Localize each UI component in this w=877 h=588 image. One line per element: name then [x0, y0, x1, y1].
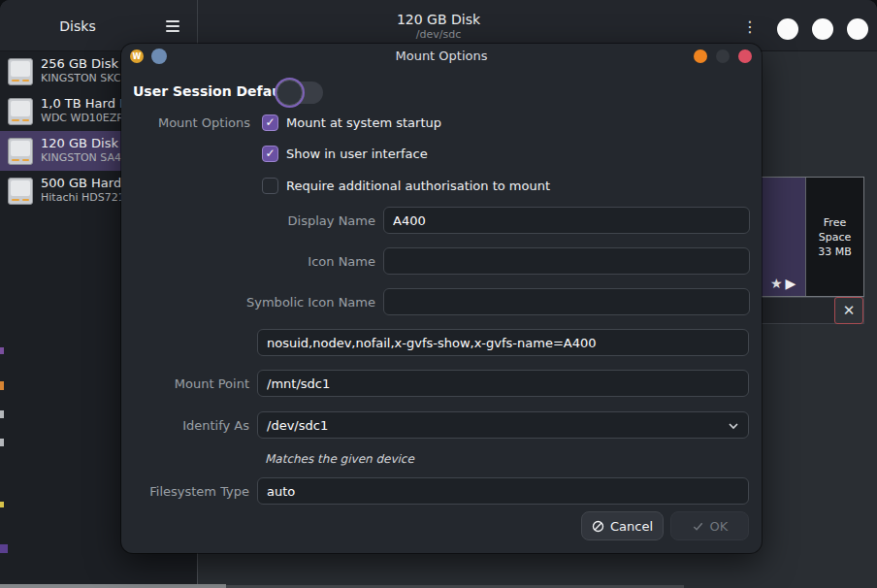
cancel-button[interactable]: Cancel	[581, 511, 664, 540]
sidebar-divider	[197, 553, 198, 588]
window-close-button[interactable]	[847, 18, 868, 40]
mount-point-input[interactable]	[257, 370, 749, 397]
checkbox-require-auth[interactable]: ✓	[262, 178, 278, 194]
window-title: 120 GB Disk	[397, 12, 480, 27]
ok-button[interactable]: OK	[670, 511, 749, 540]
free-space-title: Free Space	[806, 215, 863, 245]
toggle-knob	[276, 80, 303, 106]
hard-disk-icon	[8, 138, 33, 165]
dialog-title: Mount Options	[121, 49, 762, 63]
background-window-sliver	[0, 381, 4, 390]
background-window-sliver	[0, 347, 4, 354]
dialog-headerbar: W Mount Options	[121, 44, 762, 69]
star-icon: ★	[770, 276, 783, 291]
display-name-label: Display Name	[121, 213, 375, 228]
identify-as-value: /dev/sdc1	[267, 418, 328, 433]
ok-check-icon	[692, 520, 704, 533]
filesystem-type-label: Filesystem Type	[121, 484, 249, 499]
check-icon: ✓	[263, 147, 277, 161]
close-icon: ✕	[843, 302, 856, 319]
symbolic-icon-name-input[interactable]	[383, 288, 750, 315]
hard-disk-icon	[8, 178, 33, 205]
kebab-menu-icon[interactable]: ⋮	[739, 16, 761, 37]
icon-name-input[interactable]	[383, 247, 750, 275]
cancel-icon	[592, 520, 604, 533]
hamburger-menu-icon[interactable]	[160, 14, 185, 39]
mount-options-string-input[interactable]	[257, 329, 749, 356]
free-space-size: 33 MB	[818, 245, 852, 259]
window-minimize-button[interactable]	[777, 18, 798, 40]
delete-partition-button[interactable]: ✕	[834, 297, 863, 324]
background-window-sliver	[0, 439, 4, 446]
identify-as-hint: Matches the given device	[265, 452, 414, 466]
checkbox-label[interactable]: Require additional authorisation to moun…	[286, 179, 550, 193]
icon-name-label: Icon Name	[121, 254, 375, 269]
identify-as-select[interactable]: /dev/sdc1	[257, 411, 749, 439]
check-icon: ✓	[263, 115, 277, 130]
chevron-down-icon	[728, 420, 739, 432]
checkbox-label[interactable]: Show in user interface	[286, 147, 428, 161]
cancel-button-label: Cancel	[610, 519, 653, 534]
dialog-close-button[interactable]	[738, 49, 752, 63]
checkbox-label[interactable]: Mount at system startup	[286, 115, 441, 130]
background-window-sliver	[0, 544, 8, 553]
identify-as-label: Identify As	[121, 418, 249, 433]
dialog-minimize-button[interactable]	[694, 49, 707, 63]
filesystem-type-input[interactable]	[257, 477, 749, 505]
hard-disk-icon	[8, 58, 33, 85]
ok-button-label: OK	[710, 519, 729, 534]
checkbox-mount-at-startup[interactable]: ✓	[262, 114, 278, 131]
bottom-edge-strip	[0, 584, 226, 588]
mount-point-label: Mount Point	[121, 376, 249, 391]
symbolic-icon-name-label: Symbolic Icon Name	[121, 295, 375, 310]
display-name-input[interactable]	[383, 207, 750, 234]
hard-disk-icon	[8, 98, 33, 125]
background-window-sliver	[0, 410, 4, 418]
mount-options-label: Mount Options	[121, 115, 250, 130]
user-session-defaults-label: User Session Defaults	[133, 83, 301, 99]
free-space-block[interactable]: Free Space 33 MB	[806, 178, 863, 296]
window-maximize-button[interactable]	[812, 18, 833, 40]
mount-options-dialog: W Mount Options User Session Defaults Mo…	[121, 44, 762, 553]
window-subtitle: /dev/sdc	[416, 28, 461, 41]
checkbox-show-in-ui[interactable]: ✓	[262, 146, 278, 162]
play-icon: ▶	[786, 276, 796, 291]
background-window-sliver	[0, 502, 4, 507]
session-defaults-toggle[interactable]	[279, 82, 323, 104]
dialog-maximize-button[interactable]	[716, 49, 730, 63]
